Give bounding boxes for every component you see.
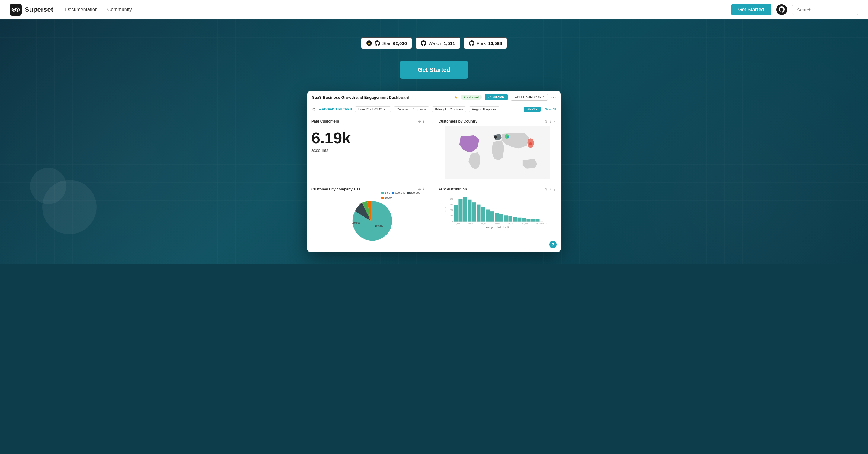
acv-x-label: Average contract value ($) bbox=[486, 226, 509, 229]
panel-icons-bar: ⊘ ℹ ⋮ bbox=[545, 187, 557, 191]
share-icon bbox=[488, 96, 491, 99]
logo-text: Superset bbox=[25, 6, 53, 13]
svg-rect-29 bbox=[486, 210, 490, 221]
filter-icon-pie[interactable]: ⊘ bbox=[418, 187, 421, 191]
help-button[interactable]: ? bbox=[549, 241, 557, 248]
svg-text:30,000: 30,000 bbox=[467, 222, 473, 224]
dashboard-body-bottom: Customers by company size ⊘ ℹ ⋮ 1-99 bbox=[307, 183, 561, 252]
info-icon-pie[interactable]: ℹ bbox=[423, 187, 424, 191]
nav-community[interactable]: Community bbox=[107, 7, 132, 12]
decorative-circle-1 bbox=[42, 180, 97, 234]
svg-rect-25 bbox=[467, 200, 471, 221]
decorative-circle-2 bbox=[30, 168, 66, 204]
github-icon-star bbox=[375, 40, 380, 46]
filter-time: Time 2021-01-01 s... bbox=[355, 106, 391, 112]
edit-dashboard-button[interactable]: EDIT DASHBOARD bbox=[511, 94, 548, 100]
apply-filters-button[interactable]: APPLY bbox=[524, 107, 540, 112]
watch-count: 1,511 bbox=[444, 41, 455, 46]
svg-text:0: 0 bbox=[452, 220, 453, 222]
logo-link[interactable]: Superset bbox=[10, 4, 53, 16]
add-filters-button[interactable]: + ADD/EDIT FILTERS bbox=[319, 108, 352, 111]
github-icon-fork bbox=[469, 40, 474, 46]
world-map-svg bbox=[438, 126, 557, 179]
svg-point-2 bbox=[17, 9, 19, 10]
github-star-icon: ⭐ bbox=[366, 40, 372, 46]
svg-text:40,000: 40,000 bbox=[481, 222, 487, 224]
nav-get-started-button[interactable]: Get Started bbox=[731, 4, 771, 16]
filter-billing: Billing T... 2 options bbox=[432, 106, 466, 112]
bar-chart-svg: 800 600 400 200 0 count bbox=[438, 194, 557, 239]
bar-chart-container: 800 600 400 200 0 count bbox=[438, 194, 557, 248]
customers-by-size-title: Customers by company size bbox=[311, 187, 430, 191]
pie-chart-container: 100-249 250-999 1000+ bbox=[311, 194, 430, 248]
clear-filters-button[interactable]: Clear All bbox=[544, 108, 556, 111]
svg-text:400: 400 bbox=[450, 209, 453, 211]
share-button[interactable]: SHARE bbox=[485, 94, 508, 100]
svg-text:⭐: ⭐ bbox=[367, 41, 371, 45]
filter-icon-map[interactable]: ⊘ bbox=[545, 119, 548, 123]
svg-text:200: 200 bbox=[450, 215, 453, 217]
paid-customers-panel: Paid Customers ⊘ ℹ ⋮ 6.19k accounts bbox=[307, 115, 434, 183]
dashboard-header: SaaS Business Growth and Engagement Dash… bbox=[307, 91, 561, 104]
svg-rect-30 bbox=[490, 211, 494, 221]
info-icon[interactable]: ℹ bbox=[423, 119, 424, 123]
svg-rect-35 bbox=[513, 217, 517, 221]
nav-documentation[interactable]: Documentation bbox=[65, 7, 98, 12]
info-icon-bar[interactable]: ℹ bbox=[550, 187, 551, 191]
filter-icon[interactable]: ⊘ bbox=[418, 119, 421, 123]
world-map bbox=[438, 126, 557, 179]
svg-rect-36 bbox=[517, 218, 521, 221]
svg-point-6 bbox=[489, 96, 491, 98]
acv-distribution-panel: ACV distribution ⊘ ℹ ⋮ 800 600 400 2 bbox=[434, 183, 561, 252]
github-icon[interactable] bbox=[776, 4, 787, 15]
published-badge: Published bbox=[461, 95, 482, 100]
navbar: Superset Documentation Community Get Sta… bbox=[0, 0, 868, 19]
watch-label: Watch bbox=[429, 41, 441, 46]
customers-by-size-panel: Customers by company size ⊘ ℹ ⋮ 1-99 bbox=[307, 183, 434, 252]
svg-text:80,000: 80,000 bbox=[535, 222, 541, 224]
paid-customers-unit: accounts bbox=[311, 148, 430, 153]
panel-icons: ⊘ ℹ ⋮ bbox=[418, 119, 430, 123]
svg-rect-34 bbox=[508, 216, 512, 221]
svg-rect-31 bbox=[495, 213, 499, 221]
svg-text:800: 800 bbox=[450, 198, 453, 200]
dashboard-title: SaaS Business Growth and Engagement Dash… bbox=[312, 95, 451, 100]
svg-text:70,000: 70,000 bbox=[522, 222, 528, 224]
svg-text:250-999: 250-999 bbox=[351, 221, 360, 224]
fork-badge[interactable]: Fork 13,598 bbox=[464, 37, 507, 49]
filter-gear-icon: ⚙ bbox=[312, 107, 316, 112]
info-icon-map[interactable]: ℹ bbox=[550, 119, 551, 123]
more-icon-pie[interactable]: ⋮ bbox=[426, 187, 430, 191]
filter-region: Region 8 options bbox=[469, 106, 499, 112]
svg-rect-26 bbox=[472, 202, 476, 221]
star-icon: ★ bbox=[454, 95, 458, 100]
svg-rect-38 bbox=[526, 219, 530, 221]
search-input[interactable] bbox=[792, 4, 858, 15]
acv-title: ACV distribution bbox=[438, 187, 557, 191]
more-icon-bar[interactable]: ⋮ bbox=[553, 187, 557, 191]
svg-point-12 bbox=[529, 142, 532, 146]
filters-bar: ⚙ + ADD/EDIT FILTERS Time 2021-01-01 s..… bbox=[307, 104, 561, 115]
github-icon-watch bbox=[421, 40, 426, 46]
hero-get-started-button[interactable]: Get Started bbox=[400, 61, 468, 79]
paid-customers-title: Paid Customers bbox=[311, 119, 430, 123]
star-label: Star bbox=[382, 41, 391, 46]
svg-point-10 bbox=[494, 135, 497, 139]
panel-icons-pie: ⊘ ℹ ⋮ bbox=[418, 187, 430, 191]
filter-icon-bar[interactable]: ⊘ bbox=[545, 187, 548, 191]
watch-badge[interactable]: Watch 1,511 bbox=[415, 37, 460, 49]
svg-rect-40 bbox=[535, 219, 539, 221]
more-icon-map[interactable]: ⋮ bbox=[553, 119, 557, 123]
svg-text:60,000: 60,000 bbox=[508, 222, 514, 224]
github-badges: ⭐ Star 62,030 Watch 1,511 Fork 13,598 bbox=[361, 37, 507, 49]
dashboard-preview: SaaS Business Growth and Engagement Dash… bbox=[307, 91, 561, 252]
more-options-icon[interactable]: ⋯ bbox=[551, 94, 556, 100]
svg-rect-33 bbox=[504, 215, 508, 221]
more-icon[interactable]: ⋮ bbox=[426, 119, 430, 123]
svg-text:90,000: 90,000 bbox=[541, 222, 547, 224]
panel-icons-map: ⊘ ℹ ⋮ bbox=[545, 119, 557, 123]
star-badge[interactable]: ⭐ Star 62,030 bbox=[361, 37, 412, 49]
customers-by-country-panel: Customers by Country ⊘ ℹ ⋮ bbox=[434, 115, 561, 183]
svg-rect-28 bbox=[481, 207, 485, 221]
svg-rect-27 bbox=[476, 205, 480, 221]
